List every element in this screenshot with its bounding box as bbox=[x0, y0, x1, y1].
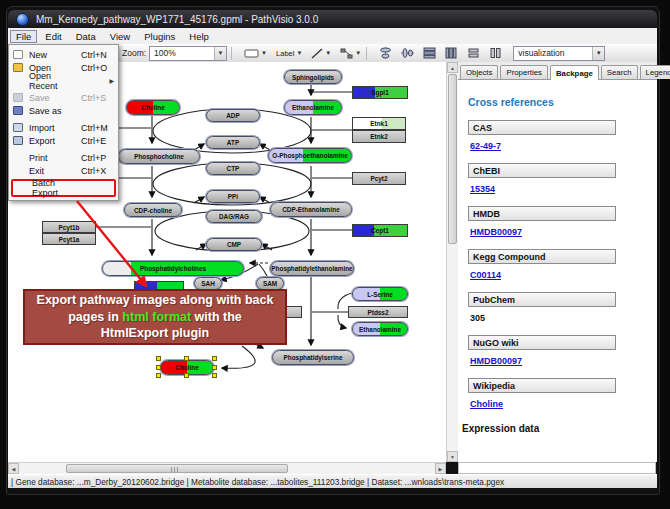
common-width-button[interactable] bbox=[466, 46, 481, 61]
scroll-left-icon[interactable]: ◀ bbox=[8, 463, 19, 474]
vertical-scroll-thumb[interactable] bbox=[448, 74, 457, 244]
node-ctp[interactable]: CTP bbox=[206, 162, 260, 175]
node-sphingolipids[interactable]: Sphingolipids bbox=[284, 70, 342, 84]
selection-handle[interactable] bbox=[212, 356, 217, 361]
scroll-down-icon[interactable]: ▼ bbox=[447, 451, 458, 462]
menu-item-import[interactable]: ImportCtrl+M bbox=[10, 121, 117, 134]
node-atp[interactable]: ATP bbox=[206, 136, 260, 149]
menubar-item-edit[interactable]: Edit bbox=[39, 30, 67, 43]
menubar-item-help[interactable]: Help bbox=[183, 30, 215, 43]
menu-item-save[interactable]: SaveCtrl+S bbox=[10, 91, 117, 104]
reference-block-hmdb: HMDBHMDB00097 bbox=[468, 206, 657, 237]
tab-search[interactable]: Search bbox=[601, 65, 638, 79]
node-ethanolamine[interactable]: Ethanolamine bbox=[284, 100, 342, 115]
line-tool-button[interactable]: ▼ bbox=[310, 46, 332, 61]
menu-item-new[interactable]: NewCtrl+N bbox=[10, 48, 117, 61]
node-cdp-ethanolamine[interactable]: CDP-Ethanolamine bbox=[270, 202, 352, 217]
ref-value-chebi[interactable]: 15354 bbox=[470, 184, 657, 194]
zoom-label: Zoom: bbox=[122, 48, 146, 58]
node-adp[interactable]: ADP bbox=[206, 109, 260, 122]
visualization-combobox[interactable]: visualization ▼ bbox=[513, 46, 605, 61]
menu-item-exit[interactable]: ExitCtrl+X bbox=[10, 164, 117, 177]
node-etnk1[interactable]: Etnk1 bbox=[352, 117, 406, 130]
ref-value-kegg-compound[interactable]: C00114 bbox=[470, 270, 657, 280]
scroll-up-icon[interactable]: ▲ bbox=[447, 62, 458, 73]
selection-handle[interactable] bbox=[184, 373, 189, 378]
chevron-down-icon[interactable]: ▼ bbox=[592, 47, 604, 60]
node-pcyt1b[interactable]: Pcyt1b bbox=[42, 221, 96, 233]
toolbar-separator bbox=[366, 47, 367, 60]
selection-handle[interactable] bbox=[156, 365, 161, 370]
selection-handle[interactable] bbox=[156, 373, 161, 378]
ref-source-pubchem: PubChem bbox=[468, 292, 616, 307]
ref-value-wikipedia[interactable]: Choline bbox=[470, 399, 657, 409]
selection-handle[interactable] bbox=[212, 365, 217, 370]
node-pcyt1a[interactable]: Pcyt1a bbox=[42, 233, 96, 245]
node-l-serine[interactable]: L-Serine bbox=[352, 287, 408, 301]
menubar-item-data[interactable]: Data bbox=[70, 30, 102, 43]
annotation-line2-pre: pages in bbox=[68, 310, 122, 324]
node-ppi[interactable]: PPi bbox=[206, 190, 260, 203]
node-cmp[interactable]: CMP bbox=[206, 238, 262, 251]
chevron-down-icon[interactable]: ▼ bbox=[296, 50, 302, 56]
tab-objects[interactable]: Objects bbox=[460, 65, 498, 79]
datanode-tool-button[interactable]: ▼ bbox=[243, 46, 268, 61]
zoom-combobox[interactable]: 100% ▼ bbox=[149, 46, 227, 61]
menu-item-save-as[interactable]: Save as bbox=[10, 104, 117, 117]
selection-handle[interactable] bbox=[156, 356, 161, 361]
menu-item-export[interactable]: ExportCtrl+E bbox=[10, 134, 117, 147]
ref-value-cas[interactable]: 62-49-7 bbox=[470, 141, 657, 151]
node-pcyt2[interactable]: Pcyt2 bbox=[352, 172, 406, 185]
menu-item-label: Export bbox=[29, 136, 81, 146]
distribute-columns-button[interactable] bbox=[444, 46, 459, 61]
title-bar[interactable]: Mm_Kennedy_pathway_WP1771_45176.gpml - P… bbox=[8, 10, 657, 28]
menu-item-print[interactable]: PrintCtrl+P bbox=[10, 151, 117, 164]
node-o-phosphoethanolamine[interactable]: O-Phosphoethanolamine bbox=[268, 148, 352, 163]
menubar-item-view[interactable]: View bbox=[104, 30, 136, 43]
ref-source-nugo-wiki: NuGO wiki bbox=[468, 335, 616, 350]
shape-tool-button[interactable]: ▼ bbox=[339, 46, 362, 61]
node-dag-rag[interactable]: DAG/RAG bbox=[206, 210, 262, 223]
menu-item-open-recent[interactable]: Open Recent▶ bbox=[10, 74, 117, 87]
menu-item-shortcut: Ctrl+X bbox=[81, 166, 114, 176]
chevron-down-icon[interactable]: ▼ bbox=[214, 47, 226, 60]
node-etnk2[interactable]: Etnk2 bbox=[352, 130, 406, 143]
menu-item-shortcut: Ctrl+N bbox=[81, 50, 114, 60]
node-cept1[interactable]: Cept1 bbox=[352, 224, 408, 237]
menubar-item-file[interactable]: File bbox=[10, 30, 37, 43]
menubar-item-plugins[interactable]: Plugins bbox=[138, 30, 181, 43]
node-phosphatidylserine[interactable]: Phosphatidylserine bbox=[272, 350, 354, 365]
node-cdp-choline[interactable]: CDP-choline bbox=[124, 203, 182, 217]
node-phosphatidylethanolamine[interactable]: Phosphatidylethanolamine bbox=[270, 261, 354, 276]
ref-value-nugo-wiki[interactable]: HMDB00097 bbox=[470, 356, 657, 366]
scroll-grip bbox=[171, 467, 179, 472]
menu-item-label: Exit bbox=[29, 166, 81, 176]
ref-value-hmdb[interactable]: HMDB00097 bbox=[470, 227, 657, 237]
menu-item-batch-export[interactable]: Batch Export bbox=[11, 179, 116, 197]
align-middle-button[interactable] bbox=[400, 46, 415, 61]
node-sgpl1[interactable]: Sgpl1 bbox=[352, 86, 408, 99]
canvas-vertical-scrollbar[interactable]: ▲ ▼ bbox=[446, 62, 458, 462]
node-ptdss2[interactable]: Ptdss2 bbox=[348, 306, 408, 318]
label-tool-button[interactable]: Label ▼ bbox=[275, 46, 303, 61]
node-phosphatidylcholines[interactable]: Phosphatidylcholines bbox=[102, 261, 244, 276]
horizontal-scroll-thumb[interactable] bbox=[66, 464, 288, 473]
chevron-down-icon[interactable]: ▼ bbox=[261, 50, 267, 56]
scroll-right-icon[interactable]: ▶ bbox=[435, 463, 446, 474]
label-tool-text: Label bbox=[276, 49, 294, 58]
selection-handle[interactable] bbox=[184, 356, 189, 361]
tab-properties[interactable]: Properties bbox=[500, 65, 548, 79]
tab-legend[interactable]: Legend bbox=[640, 65, 670, 79]
tab-backpage[interactable]: Backpage bbox=[550, 65, 599, 80]
pathvisio-app-icon bbox=[16, 13, 29, 26]
align-center-button[interactable] bbox=[378, 46, 393, 61]
chevron-down-icon[interactable]: ▼ bbox=[355, 50, 361, 56]
node-choline[interactable]: Choline bbox=[126, 100, 180, 115]
distribute-rows-button[interactable] bbox=[422, 46, 437, 61]
common-height-button[interactable] bbox=[488, 46, 503, 61]
chevron-down-icon[interactable]: ▼ bbox=[325, 50, 331, 56]
node-phosphocholine[interactable]: Phosphocholine bbox=[118, 149, 200, 164]
selection-handle[interactable] bbox=[212, 373, 217, 378]
node-ethanolamine[interactable]: Ethanolamine bbox=[352, 322, 408, 336]
annotation-html-format: html format bbox=[122, 310, 191, 324]
